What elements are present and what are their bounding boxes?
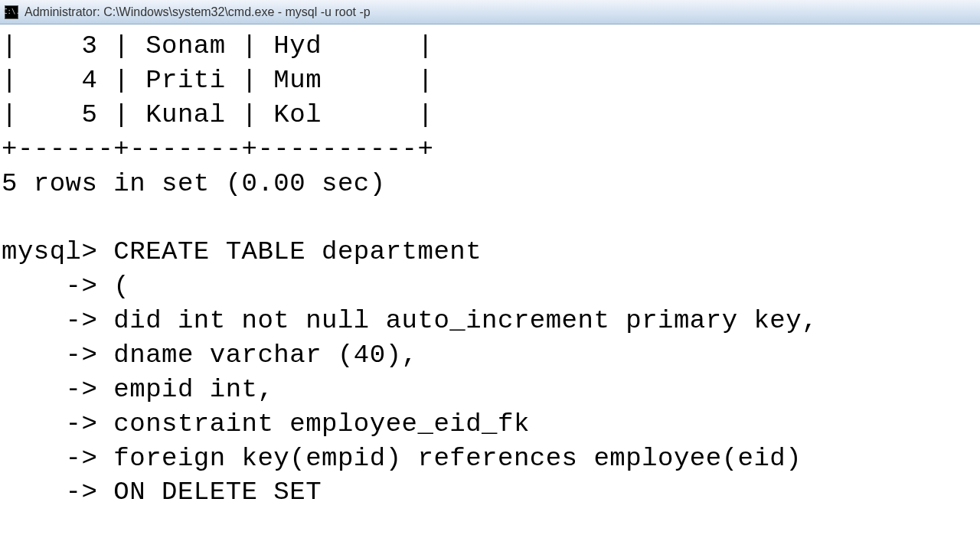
cmd-icon-text: C:\. [3, 8, 20, 15]
table-row: | 5 | Kunal | Kol | [2, 100, 433, 129]
sql-continuation-line: -> foreign key(empid) references employe… [2, 444, 802, 473]
table-row: | 4 | Priti | Mum | [2, 66, 433, 95]
sql-continuation-line: -> empid int, [2, 375, 273, 404]
sql-continuation-line: -> ( [2, 272, 129, 301]
sql-continuation-line: -> did int not null auto_increment prima… [2, 306, 818, 335]
table-row: | 3 | Sonam | Hyd | [2, 31, 433, 60]
window-titlebar: C:\. Administrator: C:\Windows\system32\… [0, 0, 980, 24]
sql-continuation-line: -> constraint employee_eid_fk [2, 409, 530, 439]
sql-continuation-line: -> dname varchar (40), [2, 341, 418, 370]
window-title: Administrator: C:\Windows\system32\cmd.e… [24, 5, 371, 19]
cmd-icon: C:\. [5, 5, 18, 19]
terminal-output[interactable]: | 3 | Sonam | Hyd | | 4 | Priti | Mum | … [0, 24, 980, 514]
result-summary: 5 rows in set (0.00 sec) [2, 169, 386, 198]
sql-prompt-line: mysql> CREATE TABLE department [2, 237, 482, 266]
sql-continuation-line: -> ON DELETE SET [2, 478, 322, 507]
table-border: +------+-------+----------+ [2, 135, 433, 164]
